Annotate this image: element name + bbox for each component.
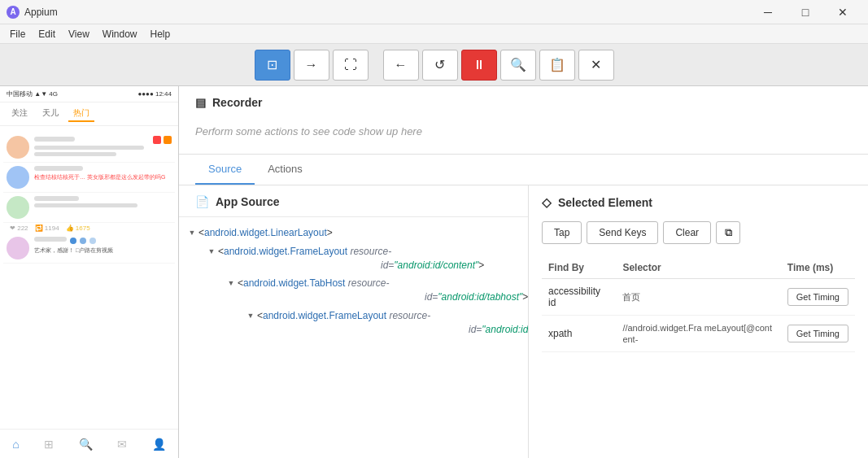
- xml-tree: ▼ <android.widget.LinearLayout> ▼ <andro…: [179, 217, 528, 346]
- xml-toggle-1[interactable]: ▼: [185, 226, 198, 239]
- search-button[interactable]: 🔍: [500, 50, 536, 81]
- menu-file[interactable]: File: [3, 27, 32, 41]
- toolbar: ⊡ → ⛶ ← ↺ ⏸ 🔍 📋 ✕: [0, 44, 868, 86]
- phone-nav-bar: 关注 天儿 热门: [0, 103, 178, 126]
- xml-node-tabhost[interactable]: ▼ <android.widget.TabHost resource- id="…: [179, 274, 528, 307]
- phone-badge-orange: [164, 136, 172, 144]
- phone-tab-guanzhu: 关注: [7, 106, 33, 122]
- bottom-section: 📄 App Source ▼ <android.widget.LinearLay…: [179, 185, 868, 458]
- app-source-panel: 📄 App Source ▼ <android.widget.LinearLay…: [179, 185, 529, 458]
- phone-nav-msg: ✉: [117, 438, 127, 451]
- xml-tag-4: <android.widget.FrameLayout resource- id…: [257, 309, 529, 337]
- window-controls: ─ □ ✕: [749, 0, 861, 24]
- refresh-button[interactable]: ↺: [422, 50, 458, 81]
- xml-node-framelayout1[interactable]: ▼ <android.widget.FrameLayout resource- …: [179, 242, 528, 275]
- phone-nav-home: ⌂: [12, 438, 19, 451]
- menu-view[interactable]: View: [62, 27, 96, 41]
- phone-dot-blue3: [89, 238, 96, 244]
- phone-avatar-4: [7, 237, 29, 260]
- get-timing-button-1[interactable]: Get Timing: [787, 288, 848, 306]
- close-session-button[interactable]: ✕: [578, 50, 614, 81]
- menu-edit[interactable]: Edit: [32, 27, 62, 41]
- xml-tag-name-4: android.widget.FrameLayout: [263, 310, 386, 321]
- menu-window[interactable]: Window: [96, 27, 144, 41]
- timing-cell-1: Get Timing: [781, 279, 855, 316]
- phone-list-item-3: [3, 193, 175, 223]
- app-source-label: App Source: [216, 195, 280, 208]
- find-by-table: Find By Selector Time (ms) accessibility…: [542, 257, 855, 352]
- minimize-button[interactable]: ─: [749, 0, 787, 24]
- close-button[interactable]: ✕: [824, 0, 861, 24]
- find-by-cell-2: xpath: [542, 316, 616, 352]
- find-by-table-header: Find By Selector Time (ms): [542, 257, 855, 279]
- menubar: File Edit View Window Help: [0, 24, 868, 44]
- timing-cell-2: Get Timing: [781, 316, 855, 352]
- selector-text-1: 首页: [622, 292, 640, 302]
- table-row: xpath //android.widget.Fra meLayout[@con…: [542, 316, 855, 352]
- phone-battery: ●●●● 12:44: [137, 90, 172, 98]
- xml-attr-val-4: "android:id/tabcontent": [482, 324, 529, 335]
- xml-toggle-2[interactable]: ▼: [205, 245, 218, 258]
- xml-node-linearlayout[interactable]: ▼ <android.widget.LinearLayout>: [179, 224, 528, 242]
- select-button[interactable]: ⊡: [255, 50, 290, 81]
- tap-button[interactable]: Tap: [542, 221, 582, 244]
- phone-avatar-1: [7, 136, 29, 159]
- find-by-table-body: accessibility id 首页 Get Timing xpath //a…: [542, 279, 855, 352]
- clear-button[interactable]: Clear: [663, 221, 711, 244]
- selector-cell-1: 首页: [616, 279, 780, 316]
- table-row: accessibility id 首页 Get Timing: [542, 279, 855, 316]
- phone-avatar-3: [7, 196, 29, 219]
- copy-icon-button[interactable]: ⧉: [716, 221, 740, 244]
- phone-text-block-3: [34, 196, 172, 210]
- app-icon: A: [7, 6, 20, 19]
- phone-highlight: 检查结核结核死于… 英女版邪都是这么发起带的吗G: [34, 173, 172, 181]
- xml-toggle-3[interactable]: ▼: [225, 277, 238, 290]
- right-panel: ▤ Recorder Perform some actions to see c…: [179, 86, 868, 458]
- phone-stat-thumbs: 👍 1675: [66, 225, 90, 232]
- selected-element-title: ◇ Selected Element: [542, 195, 855, 210]
- app-title: Appium: [24, 7, 749, 18]
- phone-content: 检查结核结核死于… 英女版邪都是这么发起带的吗G ❤ 222 🔁 1194 👍 …: [0, 129, 178, 267]
- find-by-header-row: Find By Selector Time (ms): [542, 257, 855, 279]
- swipe-button[interactable]: →: [294, 50, 329, 81]
- xml-tag-2: <android.widget.FrameLayout resource- id…: [218, 245, 484, 273]
- xml-attr-val-3: "android:id/tabhost": [438, 291, 522, 303]
- recorder-title: ▤ Recorder: [195, 96, 852, 109]
- xml-attr-val-2: "android:id/content": [394, 260, 478, 271]
- pause-button[interactable]: ⏸: [461, 50, 497, 81]
- xml-tag-3: <android.widget.TabHost resource- id="an…: [238, 277, 528, 304]
- phone-screenshot: 中国移动 ▲▼ 4G ●●●● 12:44 关注 天儿 热门: [0, 86, 178, 458]
- recorder-section: ▤ Recorder Perform some actions to see c…: [179, 86, 868, 155]
- selector-text-2: //android.widget.Fra meLayout[@content-: [622, 323, 772, 344]
- clipboard-button[interactable]: 📋: [539, 50, 575, 81]
- phone-nav-profile: 👤: [152, 438, 166, 451]
- expand-button[interactable]: ⛶: [333, 50, 369, 81]
- phone-text-2: [34, 152, 116, 156]
- send-keys-button[interactable]: Send Keys: [587, 221, 658, 244]
- phone-avatar-2: [7, 166, 29, 189]
- phone-list-item-1: [3, 133, 175, 163]
- phone-username-1: [34, 137, 75, 142]
- menu-help[interactable]: Help: [144, 27, 177, 41]
- phone-dot-blue2: [80, 238, 86, 244]
- tab-actions[interactable]: Actions: [255, 155, 316, 185]
- app-source-title: 📄 App Source: [179, 195, 528, 217]
- phone-badge-red: [153, 136, 161, 144]
- phone-list-item-4: 艺术家，感謝！ □户路在剪视频: [3, 233, 175, 264]
- phone-tab-tian: 天儿: [37, 106, 63, 122]
- recorder-placeholder: Perform some actions to see code show up…: [195, 119, 852, 144]
- get-timing-button-2[interactable]: Get Timing: [787, 325, 848, 342]
- xml-tag-1: <android.widget.LinearLayout>: [198, 226, 333, 240]
- maximize-button[interactable]: □: [787, 0, 824, 24]
- xml-toggle-4[interactable]: ▼: [244, 309, 257, 322]
- phone-bottom-nav: ⌂ ⊞ 🔍 ✉ 👤: [0, 429, 178, 458]
- phone-list-item-2: 检查结核结核死于… 英女版邪都是这么发起带的吗G: [3, 163, 175, 193]
- phone-dot-blue: [70, 238, 76, 244]
- col-selector: Selector: [616, 257, 780, 279]
- xml-tag-name-1: android.widget.LinearLayout: [204, 227, 327, 238]
- selector-cell-2: //android.widget.Fra meLayout[@content-: [616, 316, 780, 352]
- tab-source[interactable]: Source: [195, 155, 255, 185]
- selected-element-label: Selected Element: [558, 196, 652, 209]
- back-button[interactable]: ←: [383, 50, 419, 81]
- xml-node-framelayout2[interactable]: ▼ <android.widget.FrameLayout resource- …: [179, 307, 528, 339]
